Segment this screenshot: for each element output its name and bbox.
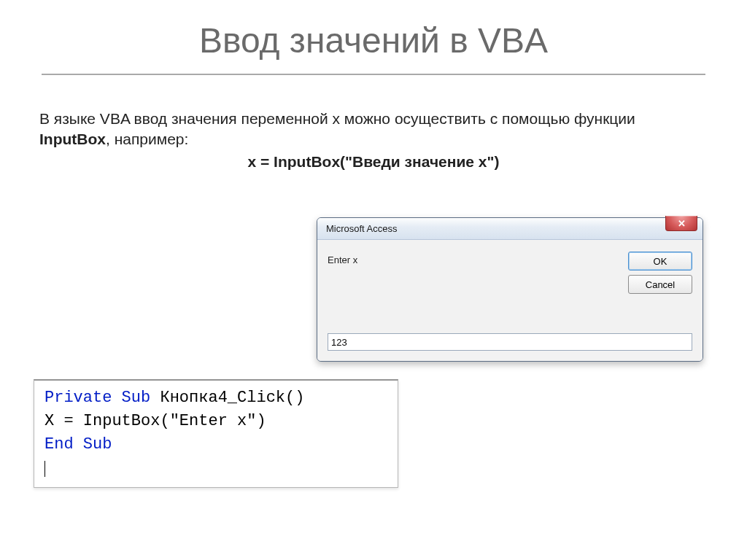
close-button[interactable]: ✕: [665, 216, 697, 231]
slide-title: Ввод значений в VBA: [0, 0, 747, 74]
code-text: Кнопка4_Click(): [150, 389, 304, 407]
example-line: x = InputBox("Введи значение x"): [39, 152, 708, 172]
ok-button[interactable]: OK: [628, 252, 692, 271]
body-text: В языке VBA ввод значения переменной x м…: [39, 109, 708, 172]
code-line-4: [44, 456, 387, 480]
keyword: Private Sub: [44, 389, 150, 407]
dialog-input[interactable]: [328, 333, 692, 351]
code-line-1: Private Sub Кнопка4_Click(): [44, 386, 387, 410]
code-line-2: X = InputBox("Enter x"): [44, 410, 387, 433]
para-text-a: В языке VBA ввод значения переменной x м…: [39, 110, 635, 127]
close-icon: ✕: [678, 218, 686, 229]
para-text-b: , например:: [106, 131, 188, 147]
inputbox-dialog: Microsoft Access ✕ Enter x OK Cancel: [317, 217, 703, 362]
keyword: End Sub: [44, 435, 112, 454]
title-underline: [42, 74, 705, 75]
dialog-title: Microsoft Access: [326, 223, 398, 234]
code-line-3: End Sub: [44, 433, 387, 456]
cancel-button[interactable]: Cancel: [628, 275, 692, 294]
dialog-body: Enter x OK Cancel: [317, 240, 703, 361]
function-name: InputBox: [39, 131, 106, 147]
dialog-prompt: Enter x: [328, 252, 619, 265]
code-panel: Private Sub Кнопка4_Click() X = InputBox…: [34, 379, 398, 488]
text-cursor: [44, 461, 45, 477]
dialog-titlebar: Microsoft Access ✕: [317, 218, 703, 240]
